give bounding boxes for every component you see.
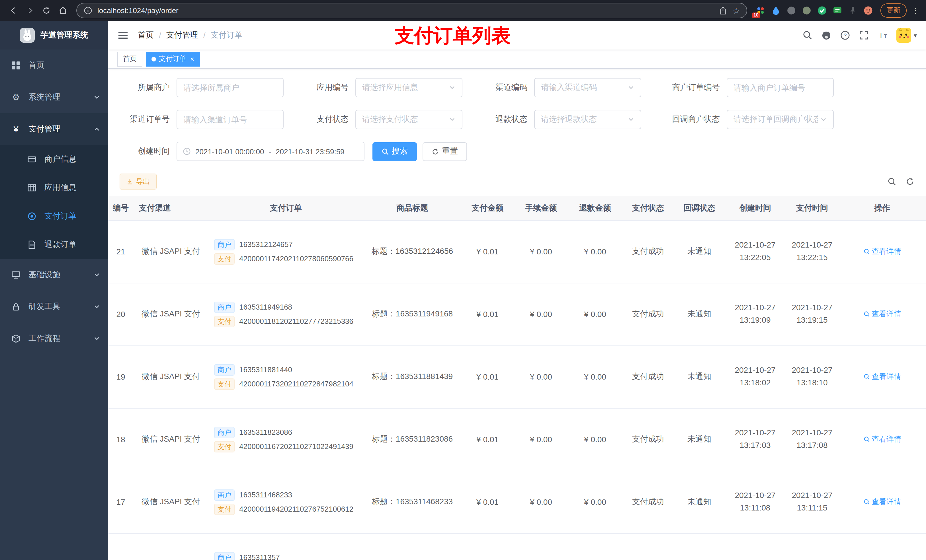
channel-order-no-input[interactable] xyxy=(183,115,277,124)
forward-icon[interactable] xyxy=(22,3,38,18)
site-info-icon[interactable] xyxy=(84,6,92,15)
column-header[interactable]: 支付状态 xyxy=(622,196,674,220)
sidebar-item-app-info[interactable]: 应用信息 xyxy=(0,174,108,202)
table-row[interactable]: 19 微信 JSAPI 支付 商户 1635311881440 支付 xyxy=(108,346,926,408)
sidebar-item-payment[interactable]: ¥ 支付管理 xyxy=(0,113,108,145)
back-icon[interactable] xyxy=(6,3,21,18)
breadcrumb-home[interactable]: 首页 xyxy=(138,30,154,41)
create-time-range-picker[interactable]: 2021-10-01 00:00:00 - 2021-10-31 23:59:5… xyxy=(177,142,365,161)
channel-order-no-field[interactable] xyxy=(177,110,284,129)
magnifier-icon xyxy=(863,311,870,318)
extension-chat-icon[interactable] xyxy=(832,5,843,16)
merchant-order-no-field[interactable] xyxy=(727,78,834,97)
extension-colordots-icon[interactable]: 10 xyxy=(755,5,766,16)
column-header[interactable]: 手续金额 xyxy=(514,196,568,220)
view-detail-link[interactable]: 查看详情 xyxy=(863,309,901,319)
share-icon[interactable] xyxy=(719,6,728,15)
sidebar-item-workflow[interactable]: 工作流程 xyxy=(0,323,108,355)
table-row[interactable]: 21 微信 JSAPI 支付 商户 1635312124657 支付 xyxy=(108,220,926,283)
notify-status-select[interactable]: 请选择订单回调商户状态 xyxy=(727,110,834,129)
card-icon xyxy=(27,155,36,164)
view-detail-link[interactable]: 查看详情 xyxy=(863,434,901,444)
column-header[interactable]: 操作 xyxy=(838,196,926,220)
top-navbar: 首页 / 支付管理 / 支付订单 支付订单列表 xyxy=(108,21,926,50)
tag-home[interactable]: 首页 xyxy=(117,51,142,66)
sidebar-item-pay-order[interactable]: 支付订单 xyxy=(0,202,108,231)
search-button[interactable]: 搜索 xyxy=(372,142,417,161)
pay-tag: 支付 xyxy=(214,315,235,327)
column-header[interactable]: 支付时间 xyxy=(786,196,838,220)
refresh-table-icon[interactable] xyxy=(905,177,915,186)
yen-icon: ¥ xyxy=(11,125,21,134)
cell-fee: ¥ 0.00 xyxy=(514,471,568,533)
cell-title: 标题：1635311949168 xyxy=(363,283,461,346)
sidebar-item-refund-order[interactable]: 退款订单 xyxy=(0,231,108,259)
chevron-down-icon xyxy=(820,116,827,123)
extension-check-icon[interactable] xyxy=(817,5,828,16)
browser-update-button[interactable]: 更新 xyxy=(881,3,906,18)
fullscreen-icon[interactable] xyxy=(859,30,869,41)
table-row[interactable]: 18 微信 JSAPI 支付 商户 1635311823086 支付 xyxy=(108,408,926,471)
view-detail-link[interactable]: 查看详情 xyxy=(863,497,901,507)
column-header[interactable]: 回调状态 xyxy=(674,196,725,220)
magnifier-icon xyxy=(863,498,870,506)
search-toggle-icon[interactable] xyxy=(887,177,896,186)
table-row[interactable]: 20 微信 JSAPI 支付 商户 1635311949168 支付 xyxy=(108,283,926,346)
gear-icon: ⚙ xyxy=(11,93,21,102)
table-row[interactable]: 17 微信 JSAPI 支付 商户 1635311468233 支付 xyxy=(108,471,926,533)
reload-icon[interactable] xyxy=(39,3,54,18)
extension-pin-icon[interactable] xyxy=(847,5,858,16)
reset-button[interactable]: 重置 xyxy=(422,142,467,161)
cell-fee: ¥ 0.00 xyxy=(514,283,568,346)
merchant-input[interactable] xyxy=(183,83,277,92)
app-id-select[interactable]: 请选择应用信息 xyxy=(356,78,462,97)
view-detail-link[interactable]: 查看详情 xyxy=(863,246,901,257)
extension-gray-circle-icon[interactable] xyxy=(786,5,797,16)
home-icon[interactable] xyxy=(55,3,71,18)
address-bar[interactable]: localhost:1024/pay/order ☆ xyxy=(76,3,747,18)
table-row[interactable]: 16 微信 JSAPI 支付 商户 1635311357 支付 xyxy=(108,533,926,560)
search-icon[interactable] xyxy=(803,30,813,41)
sidebar-item-infrastructure[interactable]: 基础设施 xyxy=(0,259,108,291)
column-header[interactable]: 支付订单 xyxy=(209,196,363,220)
extension-olive-circle-icon[interactable] xyxy=(801,5,812,16)
extension-avatar-icon[interactable] xyxy=(863,5,874,16)
bookmark-star-icon[interactable]: ☆ xyxy=(733,6,740,15)
github-icon[interactable] xyxy=(822,30,832,41)
merchant-select[interactable] xyxy=(177,78,284,97)
sidebar-logo[interactable]: 芋道管理系统 xyxy=(0,21,108,50)
sidebar-item-system[interactable]: ⚙ 系统管理 xyxy=(0,82,108,113)
column-header[interactable]: 编号 xyxy=(108,196,133,220)
column-header[interactable]: 退款金额 xyxy=(568,196,622,220)
cell-action: 查看详情 xyxy=(838,408,926,471)
date-end[interactable]: 2021-10-31 23:59:59 xyxy=(275,147,344,155)
export-button[interactable]: 导出 xyxy=(120,174,157,190)
tag-close-icon[interactable]: × xyxy=(190,56,194,62)
question-icon[interactable]: ? xyxy=(840,30,850,41)
date-start[interactable]: 2021-10-01 00:00:00 xyxy=(195,147,264,155)
sidebar-item-merchant-info[interactable]: 商户信息 xyxy=(0,145,108,174)
url-text[interactable]: localhost:1024/pay/order xyxy=(97,6,714,15)
refund-status-select[interactable]: 请选择退款状态 xyxy=(534,110,641,129)
cell-notify: 未通知 xyxy=(674,471,725,533)
browser-menu-icon[interactable]: ⋮ xyxy=(912,6,919,15)
sidebar-item-home[interactable]: 首页 xyxy=(0,50,108,82)
channel-code-select[interactable]: 请输入渠道编码 xyxy=(534,78,641,97)
extension-drop-icon[interactable] xyxy=(770,5,781,16)
view-detail-link[interactable]: 查看详情 xyxy=(863,371,901,382)
payment-submenu: 商户信息 应用信息 xyxy=(0,145,108,259)
merchant-order-no-input[interactable] xyxy=(734,83,827,92)
pay-status-select[interactable]: 请选择支付状态 xyxy=(356,110,462,129)
breadcrumb-payment[interactable]: 支付管理 xyxy=(166,30,198,41)
user-avatar[interactable]: ▾ xyxy=(897,28,917,43)
font-size-icon[interactable]: T T xyxy=(878,30,888,41)
column-header[interactable]: 支付渠道 xyxy=(133,196,209,220)
column-header[interactable]: 创建时间 xyxy=(725,196,786,220)
column-header[interactable]: 支付金额 xyxy=(461,196,514,220)
hamburger-icon[interactable] xyxy=(117,30,129,41)
filter-row-2: 渠道订单号 支付状态 请选择支付状态 退款状态 xyxy=(108,110,926,129)
cell-fee: ¥ 0.00 xyxy=(514,346,568,408)
column-header[interactable]: 商品标题 xyxy=(363,196,461,220)
tag-pay-order[interactable]: 支付订单 × xyxy=(146,51,200,66)
sidebar-item-dev-tools[interactable]: 研发工具 xyxy=(0,291,108,323)
